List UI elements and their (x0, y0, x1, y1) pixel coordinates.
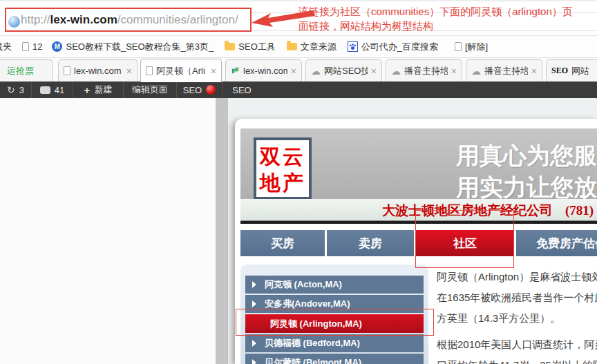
tab-close-icon[interactable]: × (126, 66, 132, 77)
article-text: 阿灵顿（Arlington）是麻省波士顿郊 在1635年被欧洲殖民者当作一个村庄… (437, 267, 597, 364)
bookmark-label: 12 (32, 41, 42, 52)
tab-seo-site[interactable]: SEO 网站 (546, 59, 597, 82)
phone-number: (781) 367-85 (565, 203, 597, 218)
bookmark-label: SEO工具 (238, 41, 275, 53)
bookmark-label: SEO教程下载_SEO教程合集_第3页_ (66, 41, 214, 53)
seo-menu-button[interactable]: SEO (222, 82, 261, 98)
nav-label: 免费房产估价 (536, 236, 597, 251)
nav-label: 买房 (271, 236, 294, 251)
tab-title: 播音主持培训 (484, 65, 528, 77)
nav-free-appraisal[interactable]: 免费房产估价 (516, 230, 597, 256)
tab-title: lex-win.com (243, 66, 287, 76)
nav-label: 卖房 (359, 236, 382, 251)
m-badge-icon: M (52, 41, 62, 52)
tab-title: 网站 (571, 65, 597, 77)
tab-arlington-active[interactable]: 阿灵顿（Arli × (140, 59, 222, 82)
annotation-box-communities-nav (415, 210, 514, 268)
community-label: 贝德福德 (Bedford,MA) (265, 337, 360, 349)
article-line: 阿灵顿（Arlington）是麻省波士顿郊 (437, 267, 597, 287)
bookmark-unbind[interactable]: [解除] (455, 41, 488, 53)
page-icon (455, 42, 462, 51)
bookmark-label: 公司代办_百度搜索 (361, 41, 438, 53)
bookmark-baidu-search[interactable]: 公司代办_百度搜索 (348, 41, 438, 53)
edit-page-button[interactable]: 编辑页面 (124, 82, 177, 98)
tab-close-icon[interactable]: × (371, 66, 377, 77)
comment-bubble-icon (40, 86, 50, 94)
nav-sell[interactable]: 卖房 (327, 230, 414, 256)
tab-broadcast-2[interactable]: ☁ 播音主持培训 × (466, 59, 542, 82)
baidu-paw-icon (348, 41, 358, 52)
site-slogan: 用真心为您服 用实力让您放 (456, 140, 597, 203)
seo-label: SEO (183, 85, 202, 95)
tab-close-icon[interactable]: × (451, 66, 457, 77)
tab-title: lex-win.com (74, 66, 123, 76)
tab-title: 阿灵顿（Arli (156, 65, 207, 77)
seo-label: SEO (232, 85, 251, 95)
bookmark-seo-tutorial[interactable]: M SEO教程下载_SEO教程合集_第3页_ (52, 41, 214, 53)
annotation-box-arlington-item (236, 309, 434, 336)
annotation-note-line: 该链接为社区（communities）下面的阿灵顿（arlington）页 (298, 4, 573, 19)
article-line: 方英里（14.3平方公里）。 (437, 308, 597, 329)
edit-page-label: 编辑页面 (132, 84, 168, 96)
annotation-note-line: 面链接，网站结构为树型结构 (298, 19, 573, 33)
annotation-note: 该链接为社区（communities）下面的阿灵顿（arlington）页 面链… (298, 4, 573, 33)
bookmark-favorites[interactable]: 收藏夹 (0, 41, 12, 53)
refresh-count: 3 (19, 85, 24, 95)
bookmark-12[interactable]: 12 (22, 41, 42, 52)
community-item-bedford[interactable]: 贝德福德 (Bedford,MA) (245, 334, 424, 352)
community-label: 贝尔蒙特 (Belmont,MA) (265, 356, 361, 364)
logo-line: 地产 (256, 170, 309, 196)
bookmark-label: 收藏夹 (0, 41, 12, 53)
slogan-line: 用真心为您服 (456, 140, 597, 171)
tab-close-icon[interactable]: × (291, 66, 296, 77)
folder-icon (225, 43, 235, 50)
folder-icon (287, 43, 297, 50)
comments-button[interactable]: 41 (32, 82, 73, 98)
plus-icon: + (84, 84, 91, 96)
annotation-box-url (5, 8, 252, 32)
page-icon (64, 66, 70, 75)
bookmark-folder-article-source[interactable]: 文章来源 (287, 41, 337, 53)
tab-seo-tech[interactable]: ☁ 网站SEO技术 × (305, 59, 382, 82)
page-icon (22, 42, 29, 51)
seo-favicon: SEO (551, 66, 568, 76)
cloud-icon: ☁ (391, 66, 401, 76)
bookmark-folder-seo-tools[interactable]: SEO工具 (225, 41, 275, 53)
bookmarks-bar: 收藏夹 12 M SEO教程下载_SEO教程合集_第3页_ SEO工具 文章来源… (0, 36, 597, 58)
tab-broadcast-1[interactable]: ☁ 播音主持培训 × (386, 59, 462, 82)
tab-title: 运抢票 (0, 65, 47, 77)
tab-strip: 运抢票 lex-win.com × 阿灵顿（Arli × lex-win.com… (0, 58, 597, 82)
lexwin-favicon (231, 66, 240, 77)
tab-ticket[interactable]: 运抢票 (0, 59, 53, 82)
empty-left-pane (0, 98, 216, 364)
tab-lexwin-1[interactable]: lex-win.com × (58, 59, 138, 82)
bookmark-label: [解除] (465, 41, 488, 53)
cloud-icon: ☁ (311, 66, 321, 76)
article-line: 根据2010年美国人口调查统计，阿灵 (437, 334, 597, 355)
cloud-icon: ☁ (471, 66, 481, 76)
tab-close-icon[interactable]: × (531, 66, 537, 77)
community-item-acton[interactable]: 阿克顿 (Acton,MA) (245, 276, 424, 294)
tab-lexwin-2[interactable]: lex-win.com × (225, 59, 302, 82)
screenshot-root: { "annotations": { "note_line1": "该链接为社区… (0, 0, 597, 364)
new-button[interactable]: + 新建 (73, 82, 124, 98)
article-line: 在1635年被欧洲殖民者当作一个村庄 (437, 287, 597, 308)
seo-status-button[interactable]: SEO (177, 82, 222, 98)
new-label: 新建 (94, 84, 112, 96)
page-icon (146, 66, 153, 75)
window-edge-strip (216, 98, 228, 364)
seo-status-red-dot-icon (206, 85, 216, 95)
nav-buy[interactable]: 买房 (240, 230, 325, 256)
refresh-button[interactable]: ↻ 3 (0, 82, 32, 98)
comments-count: 41 (55, 85, 64, 95)
tab-title: 播音主持培训 (404, 65, 448, 77)
logo-line: 双云 (256, 144, 309, 170)
community-label: 阿克顿 (Acton,MA) (265, 278, 342, 291)
community-item-belmont[interactable]: 贝尔蒙特 (Belmont,MA) (245, 354, 424, 364)
tab-close-icon[interactable]: × (211, 66, 216, 77)
admin-toolbar: ↻ 3 41 + 新建 编辑页面 SEO SEO (0, 82, 597, 98)
tab-title: 网站SEO技术 (324, 65, 368, 77)
bookmark-label: 文章来源 (301, 41, 337, 53)
site-logo[interactable]: 双云 地产 (254, 137, 312, 200)
article-line: 口平均年龄为41.7岁。25岁以上的阿 (437, 355, 597, 364)
